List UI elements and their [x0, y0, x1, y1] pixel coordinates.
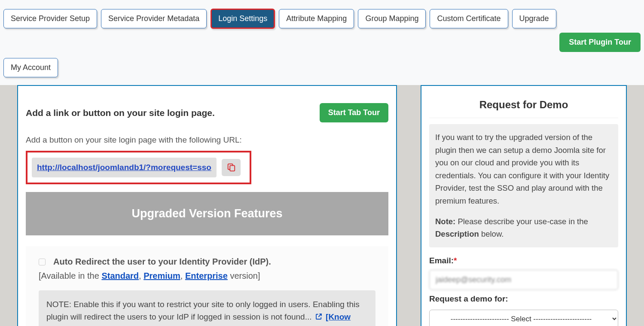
email-label: Email:*	[429, 256, 618, 265]
tab-service-provider-metadata[interactable]: Service Provider Metadata	[101, 9, 207, 28]
sso-url-box: http://localhost/joomlandb1/?morequest=s…	[32, 158, 217, 177]
upgraded-features-banner: Upgraded Version Features	[26, 192, 388, 235]
sso-url-link[interactable]: http://localhost/joomlandb1/?morequest=s…	[37, 163, 211, 172]
demo-info-box: If you want to try the upgraded version …	[429, 124, 618, 247]
tab-attribute-mapping[interactable]: Attribute Mapping	[279, 9, 354, 28]
tab-login-settings[interactable]: Login Settings	[211, 9, 275, 29]
copy-icon	[226, 162, 236, 173]
demo-plan-select[interactable]: ------------------------ Select --------…	[429, 310, 618, 326]
panel-subtext: Add a button on your site login page wit…	[26, 135, 388, 145]
start-tab-tour-button[interactable]: Start Tab Tour	[320, 103, 388, 122]
request-demo-panel: Request for Demo If you want to try the …	[421, 85, 627, 326]
feature-note-box: NOTE: Enable this if you want to restric…	[39, 290, 375, 326]
svg-rect-1	[230, 165, 235, 171]
login-settings-panel: Add a link or button on your site login …	[17, 85, 397, 326]
feature-block: Auto Redirect the user to your Identity …	[26, 246, 388, 326]
panel-title: Add a link or button on your site login …	[26, 108, 215, 118]
tab-service-provider-setup[interactable]: Service Provider Setup	[3, 9, 97, 28]
auto-redirect-checkbox[interactable]	[39, 259, 46, 265]
external-link-icon	[315, 311, 323, 324]
plan-standard-link[interactable]: Standard	[101, 271, 139, 280]
copy-url-button[interactable]	[222, 159, 241, 176]
plan-enterprise-link[interactable]: Enterprise	[185, 271, 228, 280]
feature-availability: [Available in the Standard, Premium, Ent…	[39, 271, 375, 281]
sso-url-highlight: http://localhost/joomlandb1/?morequest=s…	[26, 151, 251, 184]
email-field[interactable]	[429, 270, 618, 290]
feature-title: Auto Redirect the user to your Identity …	[53, 257, 271, 267]
tab-upgrade[interactable]: Upgrade	[512, 9, 556, 28]
tab-custom-certificate[interactable]: Custom Certificate	[430, 9, 508, 28]
plan-premium-link[interactable]: Premium	[143, 271, 180, 280]
feature-note-text: NOTE: Enable this if you want to restric…	[46, 300, 360, 321]
demo-note: Note: Please describe your use-case in t…	[435, 215, 612, 241]
tab-my-account[interactable]: My Account	[3, 58, 58, 77]
request-for-label: Request a demo for:	[429, 294, 618, 304]
demo-title: Request for Demo	[429, 99, 618, 118]
tab-group-mapping[interactable]: Group Mapping	[358, 9, 426, 28]
demo-info-text: If you want to try the upgraded version …	[435, 131, 612, 207]
start-plugin-tour-button[interactable]: Start Plugin Tour	[559, 33, 641, 52]
